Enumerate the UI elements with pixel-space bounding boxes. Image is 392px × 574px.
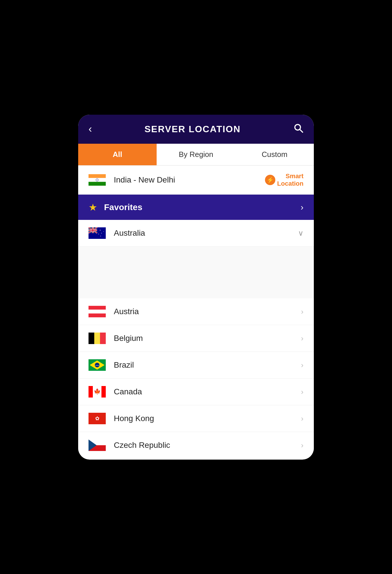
list-item[interactable]: Belgium › [78, 325, 314, 352]
australia-chevron-icon: ∨ [298, 229, 303, 238]
australia-flag: ✦ ✦ ✦ ✦ ✦ [89, 227, 106, 239]
country-name: Belgium [114, 334, 301, 343]
svg-rect-2 [89, 174, 106, 178]
brazil-flag: ★★★ [89, 359, 106, 371]
belgium-chevron-icon: › [301, 334, 303, 343]
smart-location-bolt-icon: ⚡ [265, 175, 275, 185]
canada-chevron-icon: › [301, 387, 303, 396]
favorites-row[interactable]: ★ Favorites › [78, 195, 314, 220]
list-item[interactable]: 🍁 Canada › [78, 379, 314, 405]
svg-rect-32 [89, 386, 93, 398]
svg-rect-16 [89, 230, 97, 231]
svg-rect-4 [89, 182, 106, 185]
country-name: Hong Kong [114, 414, 301, 423]
phone-container: ‹ SERVER LOCATION All By Region Custom I… [78, 115, 314, 460]
back-button[interactable]: ‹ [89, 123, 92, 135]
austria-flag [89, 306, 106, 317]
list-item[interactable]: ★★★ Brazil › [78, 352, 314, 379]
smart-location-row[interactable]: India - New Delhi ⚡ Smart Location [78, 166, 314, 195]
svg-text:🍁: 🍁 [94, 388, 101, 395]
country-name: Australia [114, 229, 298, 238]
india-flag [89, 174, 106, 186]
list-item[interactable]: Czech Republic › [78, 432, 314, 458]
favorites-chevron-icon: › [301, 202, 303, 212]
list-item[interactable]: Austria › [78, 298, 314, 325]
hongkong-chevron-icon: › [301, 414, 303, 423]
svg-rect-23 [89, 310, 106, 314]
favorites-label: Favorites [104, 202, 301, 212]
star-icon: ★ [89, 201, 97, 213]
tab-by-region[interactable]: By Region [157, 144, 235, 165]
svg-text:✦: ✦ [101, 232, 102, 234]
svg-text:✦: ✦ [98, 233, 99, 235]
country-name: Czech Republic [114, 441, 301, 450]
svg-text:✦: ✦ [99, 229, 101, 231]
tab-custom[interactable]: Custom [235, 144, 314, 165]
svg-point-6 [97, 180, 97, 180]
header: ‹ SERVER LOCATION [78, 115, 314, 144]
canada-flag: 🍁 [89, 386, 106, 398]
hongkong-flag: ✿ [89, 413, 106, 424]
tab-all[interactable]: All [78, 144, 157, 165]
smart-location-name: India - New Delhi [114, 175, 265, 185]
svg-rect-24 [89, 314, 106, 317]
czech-flag [89, 439, 106, 451]
svg-text:✦: ✦ [100, 235, 101, 237]
svg-rect-22 [89, 306, 106, 310]
svg-text:✿: ✿ [95, 416, 99, 421]
brazil-chevron-icon: › [301, 361, 303, 370]
belgium-flag [89, 333, 106, 344]
svg-line-1 [300, 129, 303, 132]
search-button[interactable] [293, 123, 303, 136]
page-title: SERVER LOCATION [145, 124, 241, 135]
tab-bar: All By Region Custom [78, 144, 314, 166]
svg-text:★★★: ★★★ [95, 364, 99, 366]
country-name: Brazil [114, 360, 301, 370]
austria-chevron-icon: › [301, 307, 303, 316]
svg-rect-26 [94, 333, 100, 344]
australia-expanded [78, 247, 314, 298]
svg-rect-27 [100, 333, 106, 344]
country-name: Austria [114, 307, 301, 316]
svg-rect-34 [101, 386, 106, 398]
list-item[interactable]: ✿ Hong Kong › [78, 405, 314, 432]
svg-rect-25 [89, 333, 94, 344]
smart-location-badge: ⚡ Smart Location [265, 172, 303, 188]
country-name: Canada [114, 387, 301, 396]
list-item[interactable]: ✦ ✦ ✦ ✦ ✦ Australia ∨ [78, 220, 314, 247]
czech-chevron-icon: › [301, 441, 303, 450]
